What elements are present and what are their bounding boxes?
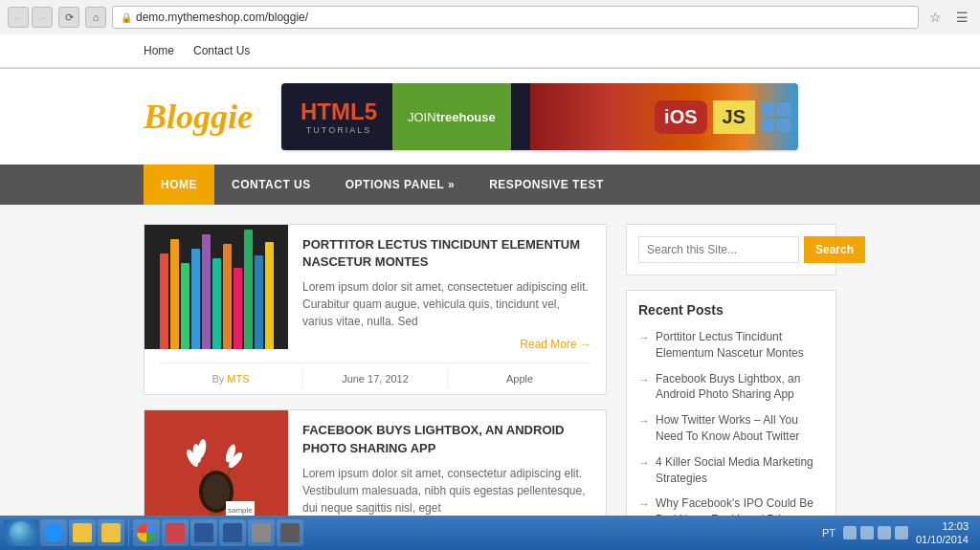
recent-posts-title: Recent Posts	[638, 302, 824, 318]
browser-window: ← → ⟳ ⌂ 🔒 demo.mythemeshop.com/bloggie/ …	[0, 0, 980, 69]
pencil-5	[202, 234, 211, 349]
recent-post-item-3: → How Twitter Works – All You Need To Kn…	[638, 412, 824, 445]
main-content: PORTTITOR LECTUS TINCIDUNT ELEMENTUM NAS…	[144, 224, 607, 550]
ad-join-button[interactable]: JOIN treehouse	[392, 83, 511, 150]
recent-post-link-2[interactable]: Facebook Buys Lightbox, an Android Photo…	[656, 371, 824, 404]
pencil-2	[170, 239, 179, 349]
grid-cell-3	[761, 119, 774, 132]
ad-right-section: iOS JS	[530, 83, 798, 150]
pencil-body-9	[244, 230, 253, 349]
recent-post-link-4[interactable]: 4 Killer Social Media Marketing Strategi…	[656, 454, 824, 487]
nav-link-options[interactable]: OPTIONS PANEL	[328, 165, 472, 205]
address-bar[interactable]: 🔒 demo.mythemeshop.com/bloggie/	[112, 6, 919, 29]
home-button[interactable]: ⌂	[85, 7, 106, 28]
taskbar-doc-button[interactable]	[219, 519, 246, 546]
post-body-1: PORTTITOR LECTUS TINCIDUNT ELEMENTUM NAS…	[288, 225, 606, 363]
word-icon	[194, 523, 213, 542]
img-icon	[166, 523, 185, 542]
arrow-icon-2: →	[638, 372, 650, 388]
post-image-pencils	[145, 225, 288, 349]
tray-icon-1	[843, 526, 857, 539]
arrow-icon-5: →	[638, 496, 650, 513]
nav-link-home[interactable]: HOME	[144, 165, 214, 205]
pencil-body-6	[212, 258, 221, 349]
search-button[interactable]: Search	[804, 236, 865, 263]
post-title-1[interactable]: PORTTITOR LECTUS TINCIDUNT ELEMENTUM NAS…	[302, 236, 591, 271]
content-area: PORTTITOR LECTUS TINCIDUNT ELEMENTUM NAS…	[0, 205, 980, 550]
recent-post-item-4: → 4 Killer Social Media Marketing Strate…	[638, 454, 824, 487]
bookmark-button[interactable]: ☆	[924, 7, 946, 28]
nav-item-contact[interactable]: CONTACT US	[214, 165, 328, 205]
page-wrapper: Bloggie HTML5 TUTORIALS JOIN treehouse i…	[0, 69, 980, 550]
post-meta-date-1: June 17, 2012	[303, 369, 448, 388]
forward-button[interactable]: →	[32, 7, 53, 28]
taskbar-app-button[interactable]	[277, 519, 303, 546]
recent-post-link-3[interactable]: How Twitter Works – All You Need To Know…	[656, 412, 824, 445]
nav-buttons: ← →	[8, 7, 53, 28]
pencil-8	[234, 268, 242, 349]
taskbar-right: PT 12:03 01/10/2014	[814, 519, 976, 547]
taskbar-chrome-button[interactable]	[133, 519, 160, 546]
ad-left-section: HTML5 TUTORIALS JOIN treehouse	[281, 83, 530, 150]
tray-icon-4	[895, 526, 908, 539]
top-nav-home[interactable]: Home	[144, 42, 174, 59]
treehouse-text: treehouse	[436, 110, 496, 124]
recent-posts-widget: Recent Posts → Porttitor Lectus Tincidun…	[626, 290, 836, 550]
ios-badge: iOS	[655, 100, 706, 134]
tray-icon-2	[860, 526, 874, 539]
back-button[interactable]: ←	[8, 7, 29, 28]
start-button[interactable]	[4, 519, 38, 546]
author-name-1[interactable]: MTS	[227, 373, 249, 385]
lock-icon: 🔒	[121, 12, 132, 23]
tutorials-label: TUTORIALS	[301, 125, 377, 135]
chrome-icon	[137, 523, 156, 542]
ad-html5-text: HTML5 TUTORIALS	[301, 99, 377, 135]
post-excerpt-1: Lorem ipsum dolor sit amet, consectetuer…	[302, 278, 591, 330]
menu-button[interactable]: ☰	[951, 7, 972, 28]
pencil-body-11	[265, 242, 274, 349]
refresh-button[interactable]: ⟳	[58, 7, 79, 28]
search-input[interactable]	[638, 236, 799, 263]
taskbar-clock: 12:03 01/10/2014	[916, 519, 969, 547]
pencil-body-8	[234, 268, 242, 349]
html5-label: HTML5	[301, 99, 377, 125]
nav-link-contact[interactable]: CONTACT US	[214, 165, 328, 205]
site-logo[interactable]: Bloggie	[144, 97, 253, 137]
grid-cell-4	[777, 119, 791, 132]
pencil-body-4	[191, 249, 200, 349]
site-header: Bloggie HTML5 TUTORIALS JOIN treehouse i…	[0, 69, 980, 165]
taskbar-disk-button[interactable]	[248, 519, 275, 546]
pencil-body-5	[202, 234, 211, 349]
pencil-body-7	[223, 244, 232, 349]
folder-icon	[101, 523, 121, 542]
arrow-icon-3: →	[638, 413, 650, 429]
nav-item-options[interactable]: OPTIONS PANEL	[328, 165, 472, 205]
top-nav-contact[interactable]: Contact Us	[193, 42, 250, 59]
arrow-icon-4: →	[638, 455, 650, 472]
nav-item-responsive[interactable]: RESPONSIVE TEST	[472, 165, 621, 205]
pencil-9	[244, 230, 253, 349]
taskbar-img-button[interactable]	[162, 519, 189, 546]
taskbar-ie-button[interactable]	[40, 519, 67, 546]
search-widget: Search	[626, 224, 836, 275]
disk-icon	[252, 523, 271, 542]
taskbar-folder-button[interactable]	[98, 519, 124, 546]
grid-decoration	[761, 102, 791, 132]
nav-link-responsive[interactable]: RESPONSIVE TEST	[472, 165, 621, 205]
post-title-2[interactable]: FACEBOOK BUYS LIGHTBOX, AN ANDROID PHOTO…	[302, 422, 591, 456]
taskbar-explorer-button[interactable]	[69, 519, 96, 546]
taskbar-word-button[interactable]	[190, 519, 217, 546]
recent-post-link-1[interactable]: Porttitor Lectus Tincidunt Elementum Nas…	[656, 329, 824, 362]
ad-banner[interactable]: HTML5 TUTORIALS JOIN treehouse iOS JS	[281, 83, 798, 150]
sidebar: Search Recent Posts → Porttitor Lectus T…	[626, 224, 836, 550]
taskbar-separator-1	[128, 519, 129, 546]
clock-date: 01/10/2014	[916, 533, 969, 546]
read-more-1[interactable]: Read More →	[302, 338, 591, 351]
pencil-body-10	[255, 255, 263, 349]
pencil-body-3	[181, 263, 189, 349]
nav-item-home[interactable]: HOME	[144, 165, 214, 205]
explorer-icon	[73, 523, 92, 542]
pencil-body-1	[160, 253, 168, 349]
pencil-3	[181, 263, 189, 349]
grid-cell-1	[761, 102, 774, 116]
